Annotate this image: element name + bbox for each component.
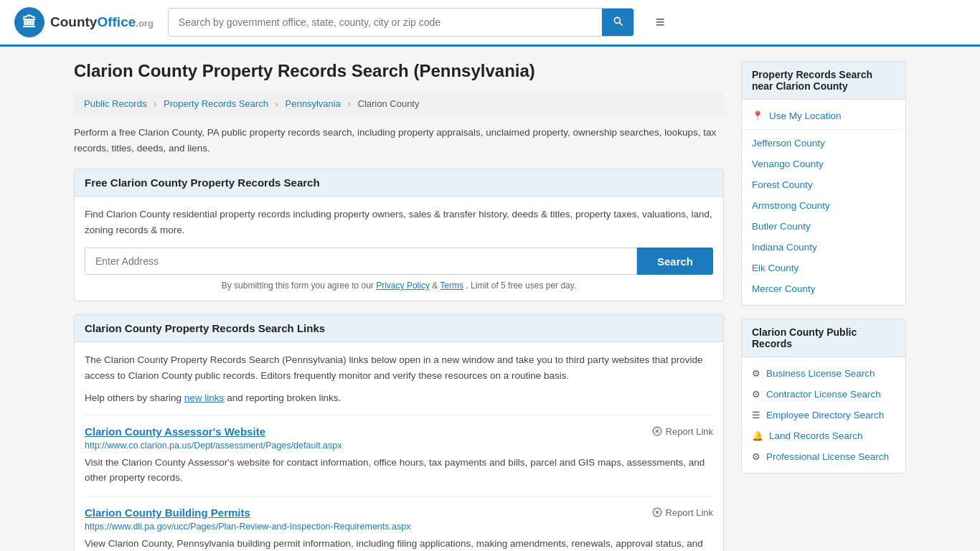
address-input[interactable] xyxy=(85,248,637,275)
record-desc-0: Visit the Clarion County Assessor's webs… xyxy=(85,455,713,486)
public-records-section: Clarion County Public Records ⚙ Business… xyxy=(741,319,906,474)
free-search-description: Find Clarion County residential property… xyxy=(85,207,713,237)
jefferson-county-label: Jefferson County xyxy=(752,138,825,149)
indiana-county-label: Indiana County xyxy=(752,242,817,253)
header: 🏛 CountyOffice.org ≡ xyxy=(0,0,980,47)
logo-text: CountyOffice.org xyxy=(50,14,154,30)
sidebar-item-land-records[interactable]: 🔔 Land Records Search xyxy=(742,425,905,446)
gear-icon-contractor: ⚙ xyxy=(752,389,760,400)
sidebar-item-forest-county[interactable]: Forest County xyxy=(742,174,905,195)
breadcrumb-clarion-county: Clarion County xyxy=(358,98,420,109)
sidebar-item-venango-county[interactable]: Venango County xyxy=(742,154,905,174)
sidebar-item-mercer-county[interactable]: Mercer County xyxy=(742,278,905,299)
record-item-0: Clarion County Assessor's Website Report… xyxy=(85,415,713,496)
sidebar-item-employee-directory[interactable]: ☰ Employee Directory Search xyxy=(742,405,905,425)
location-pin-icon: 📍 xyxy=(752,110,763,121)
sidebar-item-contractor-license[interactable]: ⚙ Contractor License Search xyxy=(742,384,905,405)
butler-county-label: Butler County xyxy=(752,221,811,232)
contractor-license-label: Contractor License Search xyxy=(766,389,881,400)
list-icon-employee: ☰ xyxy=(752,410,760,420)
bell-icon-land: 🔔 xyxy=(752,430,763,441)
page-title: Clarion County Property Records Search (… xyxy=(74,61,724,81)
record-desc-1: View Clarion County, Pennsylvania buildi… xyxy=(85,536,713,551)
land-records-label: Land Records Search xyxy=(769,430,863,441)
report-link-0[interactable]: Report Link xyxy=(652,426,713,437)
business-license-label: Business License Search xyxy=(766,368,875,379)
sidebar-item-use-my-location[interactable]: 📍 Use My Location xyxy=(742,105,905,126)
page-description: Perform a free Clarion County, PA public… xyxy=(74,125,724,156)
links-description: The Clarion County Property Records Sear… xyxy=(85,352,713,383)
sidebar-item-professional-license[interactable]: ⚙ Professional License Search xyxy=(742,446,905,467)
global-search-input[interactable] xyxy=(169,10,602,34)
hamburger-menu[interactable]: ≡ xyxy=(656,13,665,32)
search-button[interactable]: Search xyxy=(637,248,713,275)
armstrong-county-label: Armstrong County xyxy=(752,200,830,211)
nearby-heading: Property Records Search near Clarion Cou… xyxy=(742,62,905,100)
main-container: Clarion County Property Records Search (… xyxy=(60,47,920,551)
links-section: Clarion County Property Records Search L… xyxy=(74,314,724,551)
sidebar-item-jefferson-county[interactable]: Jefferson County xyxy=(742,133,905,154)
breadcrumb-property-records-search[interactable]: Property Records Search xyxy=(164,98,268,109)
sidebar-item-business-license[interactable]: ⚙ Business License Search xyxy=(742,363,905,384)
links-body: The Clarion County Property Records Sear… xyxy=(75,342,723,551)
breadcrumb-public-records[interactable]: Public Records xyxy=(84,98,146,109)
record-title-1[interactable]: Clarion County Building Permits xyxy=(85,507,250,519)
sidebar-item-indiana-county[interactable]: Indiana County xyxy=(742,237,905,258)
breadcrumb: Public Records › Property Records Search… xyxy=(74,93,724,115)
new-links-link[interactable]: new links xyxy=(184,392,225,403)
record-url-0[interactable]: http://www.co.clarion.pa.us/Dept/assessm… xyxy=(85,441,713,451)
logo[interactable]: 🏛 CountyOffice.org xyxy=(14,7,154,37)
form-note: By submitting this form you agree to our… xyxy=(85,281,713,291)
sidebar-item-elk-county[interactable]: Elk County xyxy=(742,258,905,278)
venango-county-label: Venango County xyxy=(752,159,824,169)
gear-icon-business: ⚙ xyxy=(752,368,760,379)
free-search-body: Find Clarion County residential property… xyxy=(75,197,723,301)
employee-directory-label: Employee Directory Search xyxy=(766,410,884,420)
breadcrumb-pennsylvania[interactable]: Pennsylvania xyxy=(286,98,341,109)
record-url-1[interactable]: https://www.dli.pa.gov/ucc/Pages/Plan-Re… xyxy=(85,522,713,532)
sidebar: Property Records Search near Clarion Cou… xyxy=(741,61,906,551)
record-title-0[interactable]: Clarion County Assessor's Website xyxy=(85,425,265,438)
sidebar-item-armstrong-county[interactable]: Armstrong County xyxy=(742,195,905,216)
record-item-1: Clarion County Building Permits Report L… xyxy=(85,496,713,551)
public-records-body: ⚙ Business License Search ⚙ Contractor L… xyxy=(742,357,905,473)
free-search-section: Free Clarion County Property Records Sea… xyxy=(74,169,724,301)
public-records-heading: Clarion County Public Records xyxy=(742,319,905,357)
gear-icon-professional: ⚙ xyxy=(752,451,760,462)
share-note: Help others by sharing new links and rep… xyxy=(85,392,713,403)
address-form: Search xyxy=(85,248,713,275)
elk-county-label: Elk County xyxy=(752,263,798,273)
free-search-heading: Free Clarion County Property Records Sea… xyxy=(75,169,723,197)
global-search-bar xyxy=(168,8,634,37)
logo-icon: 🏛 xyxy=(14,7,44,37)
privacy-policy-link[interactable]: Privacy Policy xyxy=(376,281,430,291)
use-my-location-label: Use My Location xyxy=(769,110,842,121)
sidebar-item-butler-county[interactable]: Butler County xyxy=(742,216,905,237)
terms-link[interactable]: Terms xyxy=(440,281,463,291)
report-link-1[interactable]: Report Link xyxy=(652,507,713,518)
links-heading: Clarion County Property Records Search L… xyxy=(75,315,723,342)
forest-county-label: Forest County xyxy=(752,179,813,190)
content-area: Clarion County Property Records Search (… xyxy=(74,61,724,551)
mercer-county-label: Mercer County xyxy=(752,283,816,294)
professional-license-label: Professional License Search xyxy=(766,451,889,462)
global-search-button[interactable] xyxy=(602,9,633,36)
nearby-section: Property Records Search near Clarion Cou… xyxy=(741,61,906,306)
nearby-body: 📍 Use My Location Jefferson County Venan… xyxy=(742,100,905,305)
